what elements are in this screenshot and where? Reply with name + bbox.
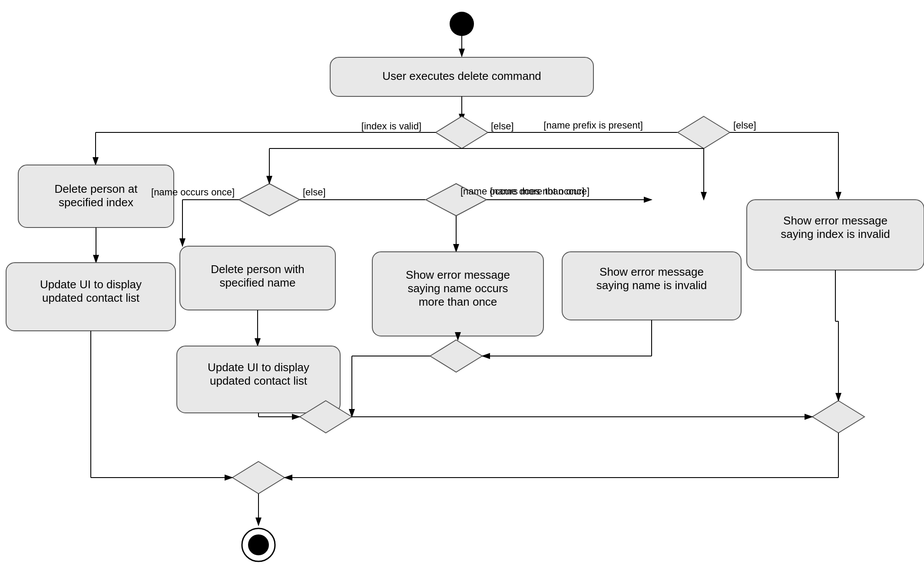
- delete-index-label2: specified index: [59, 196, 133, 209]
- update-ui-1-line2: updated contact list: [42, 291, 140, 304]
- error-index-line2: saying index is invalid: [781, 228, 890, 241]
- update-ui-2-line2: updated contact list: [210, 374, 308, 387]
- error-name-line2: saying name is invalid: [596, 279, 707, 292]
- user-executes-label: User executes delete command: [382, 69, 541, 82]
- activity-diagram: User executes delete command [index is v…: [0, 0, 924, 577]
- merge-3: [812, 401, 864, 433]
- delete-name-line1: Delete person with: [211, 263, 304, 276]
- guard-else3: [else]: [303, 187, 326, 198]
- delete-name-line2: specified name: [220, 276, 296, 289]
- guard-name-not: [name does not occur]: [490, 186, 585, 197]
- guard-else1: [else]: [491, 121, 514, 132]
- diamond-index: [436, 116, 488, 148]
- diamond-name-occurs: [239, 184, 300, 216]
- error-index-line1: Show error message: [783, 214, 888, 227]
- merge-final: [232, 462, 285, 494]
- merge-1: [430, 340, 482, 372]
- update-ui-2-line1: Update UI to display: [208, 361, 309, 374]
- diamond-name-prefix: [678, 116, 730, 148]
- error-more-line1: Show error message: [406, 268, 510, 281]
- error-name-line1: Show error message: [599, 265, 704, 278]
- guard-index-valid: [index is valid]: [361, 121, 421, 132]
- end-inner: [248, 534, 269, 555]
- guard-else2: [else]: [733, 120, 756, 131]
- guard-name-prefix: [name prefix is present]: [543, 120, 643, 131]
- start-node: [450, 12, 474, 36]
- delete-index-label: Delete person at: [55, 182, 138, 195]
- error-more-line3: more than once: [419, 295, 497, 308]
- guard-name-once: [name occurs once]: [151, 187, 235, 198]
- error-more-line2: saying name occurs: [407, 282, 508, 295]
- update-ui-1-line1: Update UI to display: [40, 278, 142, 291]
